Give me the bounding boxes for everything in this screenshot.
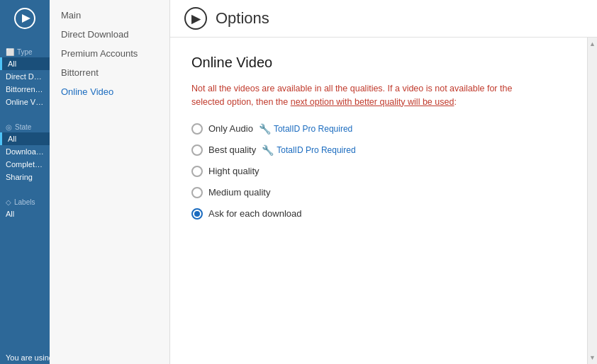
state-section-label: ◎ State — [0, 120, 50, 132]
scroll-up[interactable]: ▲ — [588, 39, 598, 49]
nav-item-bittorrent[interactable]: Bittorrent — [50, 63, 169, 82]
status-bar: You are using — [0, 351, 50, 364]
sidebar-item-all-state[interactable]: All — [0, 132, 50, 145]
state-icon: ◎ — [6, 123, 12, 131]
labels-section-label: ◇ Labels — [0, 195, 50, 207]
sidebar-item-direct-dl[interactable]: Direct Do… — [0, 70, 50, 83]
type-section-label: ⬜ Type — [0, 45, 50, 57]
app-logo — [12, 6, 38, 31]
radio-best-quality[interactable] — [191, 144, 203, 156]
sidebar-item-download[interactable]: Downloa… — [0, 145, 50, 158]
sidebar-item-all-labels[interactable]: All — [0, 207, 50, 220]
main-area: ▶ Options Online Video Not all the video… — [170, 0, 597, 364]
radio-option-ask-each: Ask for each download — [191, 208, 566, 220]
nav-item-main[interactable]: Main — [50, 6, 169, 25]
radio-option-high-quality: Hight quality — [191, 166, 566, 177]
labels-icon: ◇ — [6, 198, 11, 206]
pro-badge-best-quality[interactable]: 🔧 TotalID Pro Required — [262, 144, 355, 156]
nav-item-online-video[interactable]: Online Video — [50, 82, 169, 101]
radio-only-audio[interactable] — [191, 123, 203, 135]
sidebar-section-type: ⬜ Type All Direct Do… Bittorren… Online … — [0, 42, 50, 111]
scroll-down[interactable]: ▼ — [588, 353, 598, 363]
sidebar-item-online-v[interactable]: Online V… — [0, 96, 50, 108]
sidebar-section-labels: ◇ Labels All — [0, 193, 50, 223]
radio-label-only-audio: Only Audio — [208, 123, 253, 134]
header: ▶ Options — [170, 0, 597, 38]
radio-ask-each[interactable] — [191, 208, 203, 220]
type-icon: ⬜ — [6, 48, 14, 56]
sidebar-item-all-type[interactable]: All — [0, 57, 50, 70]
sidebar-item-bittorrent-type[interactable]: Bittorren… — [0, 83, 50, 96]
pro-icon-only-audio: 🔧 — [259, 123, 271, 135]
radio-medium-quality[interactable] — [191, 187, 203, 198]
radio-option-best-quality: Best quality 🔧 TotalID Pro Required — [191, 144, 566, 156]
section-title: Online Video — [191, 55, 566, 71]
radio-label-high-quality: Hight quality — [208, 166, 260, 176]
header-title: Options — [216, 9, 269, 28]
scrollbar: ▲ ▼ — [587, 38, 597, 364]
nav-panel: Main Direct Download Premium Accounts Bi… — [50, 0, 170, 364]
sidebar-item-complete[interactable]: Complet… — [0, 158, 50, 171]
radio-label-best-quality: Best quality — [208, 144, 256, 155]
nav-item-direct-download[interactable]: Direct Download — [50, 25, 169, 44]
sidebar-section-state: ◎ State All Downloa… Complet… Sharing — [0, 118, 50, 186]
info-text: Not all the videos are available in all … — [191, 82, 546, 109]
radio-high-quality[interactable] — [191, 166, 203, 177]
radio-option-only-audio: Only Audio 🔧 TotalID Pro Required — [191, 123, 566, 135]
content-area: Online Video Not all the videos are avai… — [170, 38, 587, 364]
pro-badge-only-audio[interactable]: 🔧 TotalID Pro Required — [259, 123, 352, 135]
icon-sidebar: ⬜ Type All Direct Do… Bittorren… Online … — [0, 0, 50, 364]
radio-label-medium-quality: Medium quality — [208, 187, 270, 198]
nav-item-premium-accounts[interactable]: Premium Accounts — [50, 44, 169, 63]
radio-option-medium-quality: Medium quality — [191, 187, 566, 198]
header-icon: ▶ — [184, 7, 207, 30]
sidebar-item-sharing[interactable]: Sharing — [0, 171, 50, 183]
radio-label-ask-each: Ask for each download — [208, 208, 302, 219]
pro-icon-best-quality: 🔧 — [262, 144, 274, 156]
